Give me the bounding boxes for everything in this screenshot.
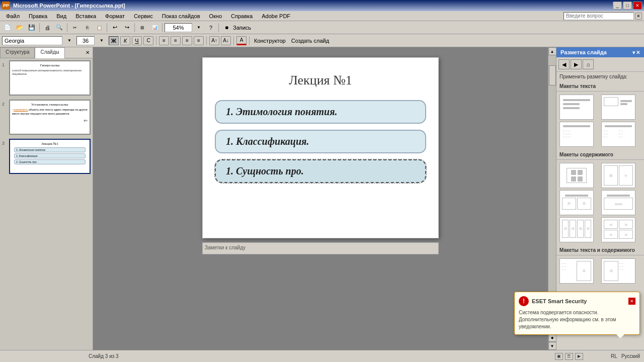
layout-thumb-10[interactable]: ⊞ ⊞ ⊞ ⊞ bbox=[601, 217, 635, 242]
underline-button[interactable]: Ч bbox=[132, 36, 142, 45]
tab-structure[interactable]: Структура bbox=[0, 47, 35, 58]
font-smaller[interactable]: A↓ bbox=[221, 36, 231, 45]
canvas-area[interactable]: Лекция №1 1. Этимология понятия. 1. Клас… bbox=[93, 47, 548, 350]
slide-num-3: 3 bbox=[2, 139, 7, 146]
slide-item-1[interactable]: 1. Этимология понятия. bbox=[215, 100, 426, 124]
copy-button[interactable]: ⎘ bbox=[82, 23, 93, 33]
slide-item-2[interactable]: 1. Классификация. bbox=[215, 130, 426, 153]
layout-thumb-12[interactable]: ⊞ • —• —• — bbox=[601, 258, 635, 284]
font-larger[interactable]: A↑ bbox=[209, 36, 219, 45]
font-selector[interactable]: Georgia bbox=[2, 36, 62, 45]
cut-button[interactable]: ✂ bbox=[69, 23, 80, 33]
panel-close-icon[interactable]: ✕ bbox=[84, 48, 92, 56]
scroll-thumb[interactable] bbox=[549, 65, 556, 85]
layout-thumb-2[interactable] bbox=[601, 95, 635, 120]
view-slideshow[interactable]: ▶ bbox=[575, 353, 583, 360]
redo-button[interactable]: ↪ bbox=[121, 23, 132, 33]
menu-help[interactable]: Справка bbox=[227, 12, 257, 20]
bold-button[interactable]: Ж bbox=[109, 36, 119, 45]
new-button[interactable]: 📄 bbox=[2, 23, 13, 33]
layout-thumb-5[interactable] bbox=[559, 163, 594, 188]
slide-preview-2[interactable]: Установить гиперссылку - назначить объек… bbox=[9, 100, 91, 135]
slide-thumb-2[interactable]: 2 Установить гиперссылку - назначить объ… bbox=[2, 100, 91, 135]
right-panel-header: Разметка слайда ▾ ✕ bbox=[556, 47, 644, 57]
font-color-btn[interactable]: A bbox=[236, 36, 247, 45]
slide-item-3[interactable]: 1. Сущность про. bbox=[215, 159, 426, 183]
menu-format[interactable]: Формат bbox=[101, 12, 129, 20]
layout-thumb-9[interactable]: ⊞ ⊞ ⊞ ⊞ bbox=[559, 217, 594, 242]
size-dropdown[interactable]: ▼ bbox=[96, 36, 107, 46]
justify[interactable]: ≡ bbox=[194, 36, 204, 45]
help-button[interactable]: ? bbox=[205, 23, 216, 33]
scroll-resize-2[interactable]: ▼ bbox=[548, 342, 556, 350]
menu-insert[interactable]: Вставка bbox=[71, 12, 100, 20]
preview-button[interactable]: 🔍 bbox=[54, 23, 65, 33]
menu-service[interactable]: Сервис bbox=[130, 12, 157, 20]
right-panel-close-icon[interactable]: ✕ bbox=[636, 50, 640, 55]
layout-grid-text: • —— • —— • —— • —• —• — • —• —• — bbox=[556, 92, 644, 150]
layout-thumb-1[interactable] bbox=[559, 95, 594, 120]
chart-button[interactable]: 📊 bbox=[149, 23, 160, 33]
font-size[interactable]: 36 bbox=[76, 36, 95, 45]
menu-window[interactable]: Окно bbox=[205, 12, 226, 20]
menu-view[interactable]: Вид bbox=[52, 12, 70, 20]
search-box: ✕ bbox=[564, 12, 642, 20]
nav-back-btn[interactable]: ◀ bbox=[558, 59, 570, 69]
lang-indicator: RL bbox=[587, 353, 617, 359]
eset-close-button[interactable]: ✕ bbox=[628, 298, 635, 305]
undo-button[interactable]: ↩ bbox=[109, 23, 120, 33]
constructor-label[interactable]: Конструктор bbox=[252, 38, 288, 44]
paste-button[interactable]: 📋 bbox=[94, 23, 105, 33]
open-button[interactable]: 📂 bbox=[14, 23, 25, 33]
status-bar: Слайд 3 из 3 ▣ ☰ ▶ RL Русский bbox=[0, 350, 644, 362]
view-normal[interactable]: ▣ bbox=[555, 353, 563, 360]
notes-area: Заметки к слайду bbox=[202, 242, 439, 254]
slide-item-1-text: 1. Этимология понятия. bbox=[226, 106, 337, 117]
layout-thumb-4[interactable]: • —• —• — • —• —• — bbox=[601, 122, 635, 147]
nav-forward-btn[interactable]: ▶ bbox=[571, 59, 582, 69]
tab-slides[interactable]: Слайды bbox=[35, 47, 64, 58]
zoom-dropdown[interactable]: ▼ bbox=[193, 23, 204, 33]
close-button[interactable]: ✕ bbox=[633, 2, 642, 10]
toolbar-separator-3 bbox=[107, 23, 107, 32]
view-outline[interactable]: ☰ bbox=[565, 353, 573, 360]
zoom-level[interactable]: 54% bbox=[165, 23, 192, 32]
search-close-icon[interactable]: ✕ bbox=[635, 13, 642, 20]
italic-button[interactable]: К bbox=[120, 36, 130, 45]
slide-preview-1[interactable]: Гиперссылка способ повышения интерактивн… bbox=[9, 60, 91, 96]
record-icon[interactable]: ⏺ bbox=[221, 23, 232, 33]
minimize-button[interactable]: _ bbox=[613, 2, 622, 10]
strikethrough-button[interactable]: С bbox=[143, 36, 153, 45]
layout-thumb-8[interactable]: ⊞⊞⊞ bbox=[601, 190, 635, 215]
notes-label[interactable]: Заметки к слайду bbox=[202, 242, 439, 254]
font-dropdown[interactable]: ▼ bbox=[64, 36, 75, 46]
align-right[interactable]: ≡ bbox=[182, 36, 192, 45]
scroll-up-arrow[interactable]: ▲ bbox=[548, 47, 556, 55]
maximize-button[interactable]: □ bbox=[623, 2, 632, 10]
slide-preview-3[interactable]: Лекция №1 1. Этимология понятия. 1. Клас… bbox=[9, 139, 91, 174]
print-button[interactable]: 🖨 bbox=[42, 23, 53, 33]
layout-thumb-6[interactable]: ⊞ ≡ bbox=[601, 163, 635, 188]
layout-thumb-11[interactable]: • —• —• — ⊞ bbox=[559, 258, 594, 284]
slide-num-1: 1 bbox=[2, 60, 7, 67]
menu-slideshow[interactable]: Показ слайдов bbox=[158, 12, 204, 20]
align-center[interactable]: ≡ bbox=[171, 36, 181, 45]
layout-thumb-3[interactable]: • —— • —— • —— bbox=[559, 122, 594, 147]
create-slide-label[interactable]: Создать слайд bbox=[289, 38, 331, 44]
right-panel-menu-icon[interactable]: ▾ bbox=[632, 50, 635, 55]
table-button[interactable]: ⊞ bbox=[137, 23, 148, 33]
slide-thumb-1[interactable]: 1 Гиперссылка способ повышения интеракти… bbox=[2, 60, 91, 96]
fmt-separator-2 bbox=[206, 36, 207, 45]
scroll-resize-1[interactable]: ◆ bbox=[548, 334, 556, 342]
menu-edit[interactable]: Правка bbox=[25, 12, 51, 20]
menu-file[interactable]: Файл bbox=[2, 12, 24, 20]
slide-thumb-3[interactable]: 3 Лекция №1 1. Этимология понятия. 1. Кл… bbox=[2, 139, 91, 174]
align-left[interactable]: ≡ bbox=[159, 36, 169, 45]
fmt-separator-3 bbox=[233, 36, 234, 45]
menu-adobepdf[interactable]: Adobe PDF bbox=[258, 12, 294, 20]
save-button[interactable]: 💾 bbox=[26, 23, 37, 33]
layout-thumb-7[interactable]: ⊞ ⊞ bbox=[559, 190, 594, 215]
search-input[interactable] bbox=[564, 12, 634, 20]
scroll-track[interactable] bbox=[548, 55, 556, 326]
nav-home-btn[interactable]: ⌂ bbox=[583, 59, 594, 69]
